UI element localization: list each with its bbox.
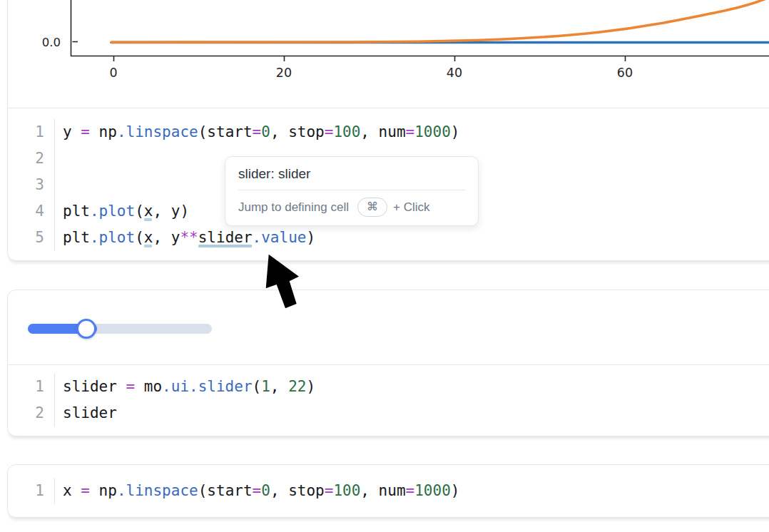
- tooltip-action-label: Jump to defining cell: [238, 200, 349, 215]
- code-token: =: [81, 123, 90, 140]
- code-token: =: [126, 378, 136, 395]
- slider-output: [8, 290, 769, 364]
- x-tick-label: 60: [617, 66, 633, 80]
- plot-output: 0.0 0 20 40 60: [8, 0, 769, 108]
- code-token: (: [198, 123, 208, 140]
- tooltip-click-label: + Click: [393, 200, 429, 215]
- variable-reference-token[interactable]: x: [144, 203, 153, 220]
- line-number-gutter: 12345: [8, 119, 55, 251]
- code-line[interactable]: y = np.linspace(start=0, stop=100, num=1…: [63, 119, 459, 145]
- line-number: 1: [8, 119, 44, 145]
- code-token: np: [90, 123, 117, 140]
- code-token: slider: [63, 404, 117, 421]
- code-token: , y): [153, 203, 189, 220]
- code-line[interactable]: slider: [63, 400, 315, 426]
- code-token: , y: [153, 229, 180, 246]
- line-number-gutter: 12: [8, 374, 55, 426]
- code-token: 0: [261, 482, 270, 499]
- slider-handle[interactable]: [76, 319, 96, 339]
- code-token: .value: [253, 229, 307, 246]
- line-number: 3: [8, 172, 44, 198]
- code-token: ,: [270, 378, 288, 395]
- code-token: .ui.slider: [162, 378, 252, 395]
- code-token: 22: [288, 378, 306, 395]
- code-token: ): [451, 482, 460, 499]
- x-tick-label: 0: [109, 66, 117, 80]
- code-lines[interactable]: slider = mo.ui.slider(1, 22)slider: [55, 374, 315, 426]
- code-token: =: [81, 482, 90, 499]
- code-token: .linspace: [117, 482, 198, 499]
- code-token: =: [253, 123, 262, 140]
- code-line[interactable]: slider = mo.ui.slider(1, 22): [63, 374, 315, 400]
- code-token: ): [451, 123, 460, 140]
- code-token: mo: [135, 378, 162, 395]
- code-token: , stop: [270, 482, 325, 499]
- code-token: 1: [261, 378, 270, 395]
- line-number: 2: [8, 400, 44, 426]
- cell-x-definition[interactable]: 1x = np.linspace(start=0, stop=100, num=…: [7, 464, 769, 518]
- code-token: (: [198, 482, 208, 499]
- series-orange-line: [111, 0, 769, 42]
- code-token: , num: [360, 123, 405, 140]
- code-token: **: [180, 229, 198, 246]
- code-token: plt: [63, 229, 90, 246]
- code-token: start: [207, 123, 252, 140]
- line-number: 4: [8, 198, 44, 225]
- code-line[interactable]: x = np.linspace(start=0, stop=100, num=1…: [63, 478, 459, 504]
- x-tick-label: 40: [447, 66, 462, 80]
- code-token: 1000: [414, 482, 451, 499]
- variable-reference-token[interactable]: x: [144, 229, 153, 246]
- code-token: 100: [333, 482, 360, 499]
- code-token: x: [63, 482, 81, 499]
- code-token: 100: [333, 123, 360, 140]
- code-token: 1000: [414, 123, 451, 140]
- tooltip-title: slider: slider: [238, 166, 465, 182]
- code-token: ): [306, 378, 315, 395]
- notebook-page: 0.0 0 20 40 60 12345y = np.linspace(star…: [0, 0, 769, 532]
- line-number-gutter: 1: [8, 478, 55, 504]
- variable-reference-token[interactable]: slider: [198, 229, 253, 246]
- hover-tooltip: slider: slider Jump to defining cell ⌘ +…: [225, 156, 479, 226]
- code-token: ): [306, 229, 315, 246]
- code-token: (: [253, 378, 262, 395]
- line-number: 1: [8, 374, 44, 400]
- code-token: (: [135, 229, 144, 246]
- code-token: .linspace: [117, 123, 198, 140]
- code-editor[interactable]: 12slider = mo.ui.slider(1, 22)slider: [8, 365, 769, 434]
- line-number: 1: [8, 478, 44, 504]
- code-token: y: [63, 123, 81, 140]
- code-token: =: [406, 123, 415, 140]
- code-token: (: [135, 203, 144, 220]
- code-token: =: [325, 123, 334, 140]
- code-token: 0: [261, 123, 270, 140]
- code-token: start: [207, 482, 252, 499]
- line-number: 5: [8, 225, 44, 251]
- code-token: =: [406, 482, 415, 499]
- tooltip-divider: [238, 190, 465, 190]
- code-editor[interactable]: 1x = np.linspace(start=0, stop=100, num=…: [8, 465, 769, 517]
- code-token: , stop: [270, 123, 325, 140]
- y-tick-label: 0.0: [42, 36, 61, 49]
- code-lines[interactable]: x = np.linspace(start=0, stop=100, num=1…: [55, 478, 459, 504]
- code-token: =: [325, 482, 334, 499]
- line-number: 2: [8, 145, 44, 172]
- matplotlib-figure: 0.0 0 20 40 60: [8, 0, 769, 108]
- code-token: plt: [63, 203, 90, 220]
- code-token: , num: [360, 482, 405, 499]
- command-key-badge: ⌘: [357, 198, 387, 217]
- code-token: =: [253, 482, 262, 499]
- code-line[interactable]: plt.plot(x, y**slider.value): [63, 225, 459, 251]
- cell-slider[interactable]: 12slider = mo.ui.slider(1, 22)slider: [7, 290, 769, 436]
- slider-track[interactable]: [28, 324, 212, 334]
- x-tick-label: 20: [276, 66, 292, 80]
- code-token: .plot: [90, 229, 135, 246]
- code-token: slider: [63, 378, 126, 395]
- code-token: .plot: [90, 203, 135, 220]
- code-token: np: [90, 482, 117, 499]
